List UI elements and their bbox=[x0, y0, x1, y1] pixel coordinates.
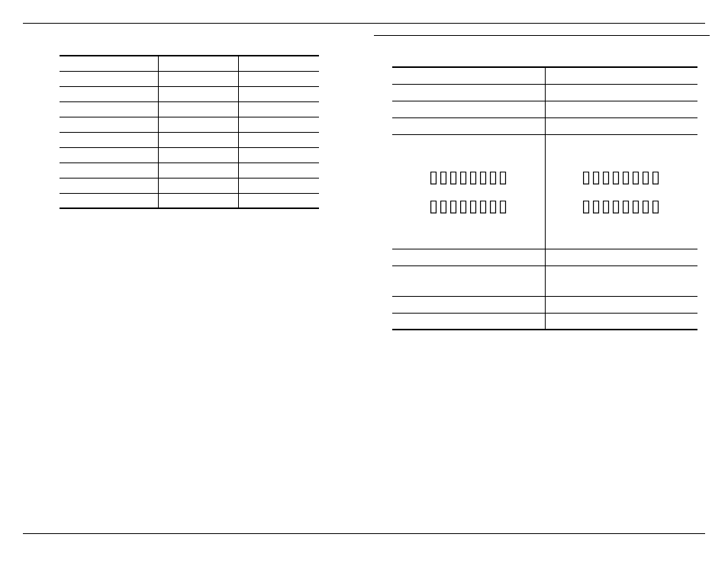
table-row bbox=[392, 296, 697, 313]
table-row bbox=[60, 71, 319, 86]
table-row bbox=[392, 313, 697, 330]
table-row bbox=[60, 56, 319, 71]
glyph-placeholder-icon: ▯▯▯▯▯▯▯▯ ▯▯▯▯▯▯▯▯ bbox=[429, 156, 508, 227]
table-row bbox=[60, 117, 319, 132]
table-header-a bbox=[158, 56, 238, 71]
page-bottom-rule bbox=[23, 533, 705, 534]
table-header-b bbox=[239, 56, 319, 71]
table-row bbox=[60, 101, 319, 117]
table-header-a bbox=[392, 67, 545, 84]
table-row bbox=[60, 147, 319, 162]
left-column bbox=[23, 31, 359, 214]
table-header-metric bbox=[60, 56, 158, 71]
page-top-rule bbox=[23, 23, 705, 24]
table-7-wrap bbox=[60, 55, 319, 209]
table-row bbox=[392, 249, 697, 265]
table-row bbox=[60, 162, 319, 178]
table-8: ▯▯▯▯▯▯▯▯ ▯▯▯▯▯▯▯▯ ▯▯▯▯▯▯▯▯ ▯▯▯▯▯▯▯▯ bbox=[392, 66, 697, 330]
right-column: ▯▯▯▯▯▯▯▯ ▯▯▯▯▯▯▯▯ ▯▯▯▯▯▯▯▯ ▯▯▯▯▯▯▯▯ bbox=[374, 31, 710, 335]
table-header-b bbox=[545, 67, 697, 84]
table-row bbox=[392, 67, 697, 84]
table-row bbox=[392, 101, 697, 117]
table-row bbox=[60, 178, 319, 193]
table-row bbox=[60, 86, 319, 101]
glyph-placeholder-icon: ▯▯▯▯▯▯▯▯ ▯▯▯▯▯▯▯▯ bbox=[581, 156, 661, 227]
table-row bbox=[60, 193, 319, 208]
section-rule bbox=[374, 35, 710, 36]
table-row-glyphs: ▯▯▯▯▯▯▯▯ ▯▯▯▯▯▯▯▯ ▯▯▯▯▯▯▯▯ ▯▯▯▯▯▯▯▯ bbox=[392, 134, 697, 249]
table-row bbox=[392, 265, 697, 296]
table-row bbox=[392, 117, 697, 134]
table-row bbox=[60, 132, 319, 147]
table-8-wrap: ▯▯▯▯▯▯▯▯ ▯▯▯▯▯▯▯▯ ▯▯▯▯▯▯▯▯ ▯▯▯▯▯▯▯▯ bbox=[392, 66, 697, 330]
table-7 bbox=[60, 55, 319, 209]
table-row bbox=[392, 84, 697, 101]
